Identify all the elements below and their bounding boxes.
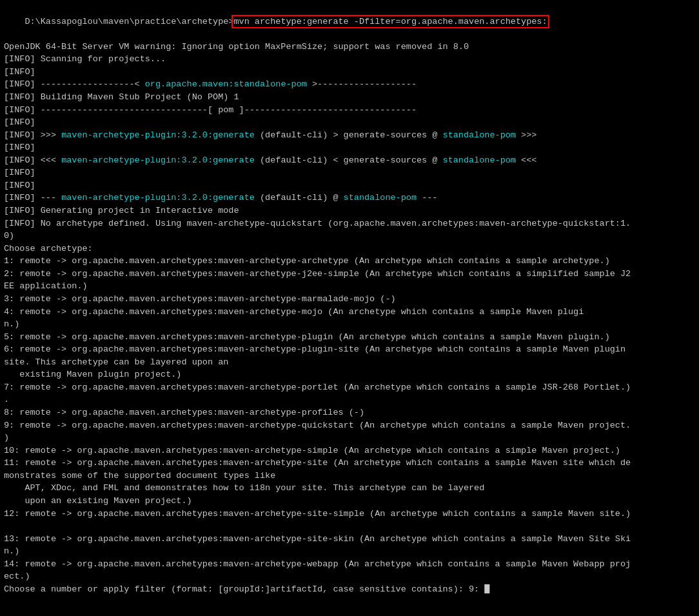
arch-13b: n.) bbox=[4, 545, 695, 558]
info-blank5: [INFO] bbox=[4, 179, 695, 192]
terminal-window: D:\Kassapoglou\maven\practice\archetype>… bbox=[0, 0, 699, 616]
arch-14: 14: remote -> org.apache.maven.archetype… bbox=[4, 558, 695, 571]
arch-2b: EE application.) bbox=[4, 280, 695, 293]
info-generate-end: [INFO] <<< maven-archetype-plugin:3.2.0:… bbox=[4, 154, 695, 167]
info-building: [INFO] Building Maven Stub Project (No P… bbox=[4, 91, 695, 104]
prompt-path: D:\Kassapoglou\maven\practice\archetype> bbox=[25, 17, 233, 26]
info-standalone-pom: [INFO] ------------------< org.apache.ma… bbox=[4, 78, 695, 91]
info-pom-bar: [INFO] --------------------------------[… bbox=[4, 104, 695, 117]
choose-archetype-label: Choose archetype: bbox=[4, 243, 695, 255]
arch-6: 6: remote -> org.apache.maven.archetypes… bbox=[4, 343, 695, 356]
arch-10: 10: remote -> org.apache.maven.archetype… bbox=[4, 444, 695, 457]
choose-number-prompt[interactable]: Choose a number or apply filter (format:… bbox=[4, 583, 695, 596]
info-blank4: [INFO] bbox=[4, 166, 695, 179]
arch-7: 7: remote -> org.apache.maven.archetypes… bbox=[4, 381, 695, 394]
openjdk-warning: OpenJDK 64-Bit Server VM warning: Ignori… bbox=[4, 41, 695, 54]
info-blank2: [INFO] bbox=[4, 116, 695, 129]
info-blank3: [INFO] bbox=[4, 141, 695, 154]
arch-12b bbox=[4, 520, 695, 533]
arch-12: 12: remote -> org.apache.maven.archetype… bbox=[4, 508, 695, 521]
arch-4: 4: remote -> org.apache.maven.archetypes… bbox=[4, 306, 695, 319]
arch-11: 11: remote -> org.apache.maven.archetype… bbox=[4, 457, 695, 470]
arch-5: 5: remote -> org.apache.maven.archetypes… bbox=[4, 331, 695, 344]
arch-11d: upon an existing Maven project.) bbox=[4, 495, 695, 508]
arch-6c: existing Maven plugin project.) bbox=[4, 368, 695, 381]
arch-11b: monstrates some of the supported documen… bbox=[4, 470, 695, 482]
info-interactive: [INFO] Generating project in Interactive… bbox=[4, 204, 695, 217]
prompt-line: D:\Kassapoglou\maven\practice\archetype>… bbox=[4, 3, 695, 41]
arch-7b: . bbox=[4, 393, 695, 406]
arch-6b: site. This archetype can be layered upon… bbox=[4, 356, 695, 369]
info-no-archetype-cont: 0) bbox=[4, 230, 695, 243]
arch-11c: APT, XDoc, and FML and demonstrates how … bbox=[4, 482, 695, 495]
info-blank1: [INFO] bbox=[4, 66, 695, 79]
info-generate-start: [INFO] >>> maven-archetype-plugin:3.2.0:… bbox=[4, 129, 695, 142]
arch-1: 1: remote -> org.apache.maven.archetypes… bbox=[4, 255, 695, 268]
arch-14b: ect.) bbox=[4, 570, 695, 583]
arch-8: 8: remote -> org.apache.maven.archetypes… bbox=[4, 406, 695, 419]
arch-3: 3: remote -> org.apache.maven.archetypes… bbox=[4, 293, 695, 306]
arch-4b: n.) bbox=[4, 318, 695, 331]
arch-9b: ) bbox=[4, 432, 695, 444]
info-scanning: [INFO] Scanning for projects... bbox=[4, 53, 695, 66]
arch-2: 2: remote -> org.apache.maven.archetypes… bbox=[4, 268, 695, 281]
arch-13: 13: remote -> org.apache.maven.archetype… bbox=[4, 533, 695, 546]
info-no-archetype: [INFO] No archetype defined. Using maven… bbox=[4, 217, 695, 230]
info-generate-dash: [INFO] --- maven-archetype-plugin:3.2.0:… bbox=[4, 192, 695, 204]
prompt-command: mvn archetype:generate -Dfilter=org.apac… bbox=[233, 17, 547, 26]
arch-9: 9: remote -> org.apache.maven.archetypes… bbox=[4, 419, 695, 432]
